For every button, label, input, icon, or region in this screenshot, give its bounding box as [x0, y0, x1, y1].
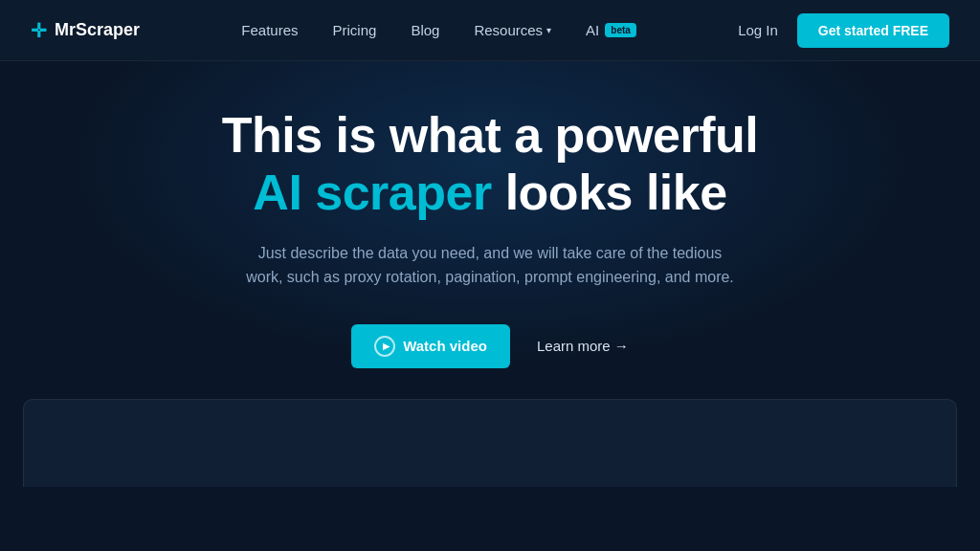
nav-link-features[interactable]: Features [241, 22, 298, 38]
hero-title-line1: This is what a powerful [222, 107, 759, 163]
nav-links: Features Pricing Blog Resources ▾ AI bet… [241, 22, 636, 39]
learn-more-link[interactable]: Learn more → [537, 338, 629, 354]
hero-title: This is what a powerful AI scraper looks… [222, 107, 759, 222]
logo-text: MrScraper [55, 20, 140, 40]
login-button[interactable]: Log In [738, 22, 778, 38]
get-started-button[interactable]: Get started FREE [797, 13, 949, 48]
watch-video-button[interactable]: ▶ Watch video [351, 324, 510, 368]
hero-subtitle: Just describe the data you need, and we … [241, 241, 739, 290]
watch-video-label: Watch video [403, 338, 487, 354]
nav-item-blog[interactable]: Blog [411, 22, 439, 39]
nav-link-blog[interactable]: Blog [411, 22, 439, 38]
nav-link-resources[interactable]: Resources ▾ [474, 22, 551, 38]
nav-link-ai[interactable]: AI beta [586, 22, 636, 38]
hero-actions: ▶ Watch video Learn more → [351, 324, 629, 368]
hero-title-end: looks like [505, 165, 727, 220]
play-icon: ▶ [374, 336, 395, 357]
logo[interactable]: ✛ MrScraper [31, 19, 140, 42]
logo-icon: ✛ [31, 19, 47, 42]
hero-section: This is what a powerful AI scraper looks… [0, 61, 980, 399]
nav-actions: Log In Get started FREE [738, 13, 949, 48]
navbar: ✛ MrScraper Features Pricing Blog Resour… [0, 0, 980, 61]
nav-item-features[interactable]: Features [241, 22, 298, 39]
nav-link-pricing[interactable]: Pricing [333, 22, 377, 38]
beta-badge: beta [605, 23, 636, 37]
preview-section [23, 399, 957, 487]
nav-item-resources[interactable]: Resources ▾ [474, 22, 551, 38]
nav-item-ai[interactable]: AI beta [586, 22, 636, 38]
chevron-down-icon: ▾ [546, 25, 551, 35]
nav-item-pricing[interactable]: Pricing [333, 22, 377, 39]
hero-title-highlight: AI scraper [253, 165, 491, 220]
